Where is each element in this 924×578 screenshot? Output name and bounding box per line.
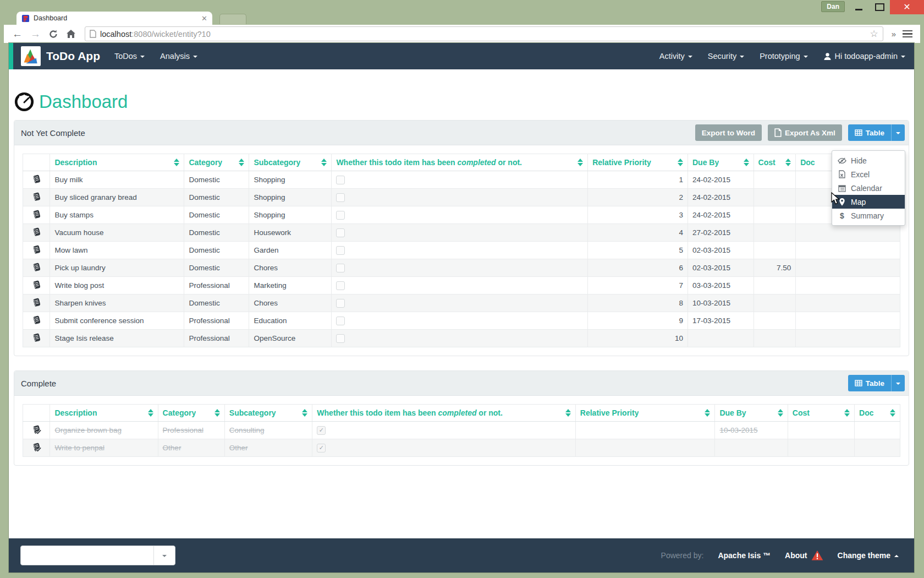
menu-item-summary[interactable]: $ Summary bbox=[832, 209, 905, 222]
col-header-due[interactable]: Due By bbox=[688, 154, 754, 171]
tab-close-icon[interactable]: ✕ bbox=[201, 15, 207, 22]
todo-row[interactable]: Mow lawn Domestic Garden 5 02-03-2015 bbox=[23, 242, 900, 259]
col-header-category[interactable]: Category bbox=[158, 405, 224, 422]
cell-cost bbox=[754, 206, 796, 224]
cell-description: Mow lawn bbox=[50, 242, 184, 259]
dollar-icon: $ bbox=[838, 211, 846, 220]
col-header-priority[interactable]: Relative Priority bbox=[588, 154, 688, 171]
browser-menu-icon[interactable] bbox=[903, 30, 912, 38]
minimize-icon bbox=[855, 9, 862, 10]
export-to-word-button[interactable]: Export to Word bbox=[695, 124, 762, 141]
home-button[interactable] bbox=[66, 29, 76, 39]
nav-item-activity[interactable]: Activity bbox=[659, 52, 692, 61]
app-brand[interactable]: ToDo App bbox=[46, 50, 100, 63]
table-header-row: Description Category Subcategory Whether… bbox=[23, 154, 900, 171]
browser-profile-badge[interactable]: Dan bbox=[821, 1, 845, 12]
todoapp-logo-icon bbox=[22, 47, 40, 65]
cell-description: Buy sliced granary bread bbox=[50, 189, 184, 206]
col-header-category[interactable]: Category bbox=[184, 154, 249, 171]
cell-cost bbox=[754, 330, 796, 347]
cell-doc bbox=[796, 330, 900, 347]
new-tab-button[interactable] bbox=[219, 14, 246, 24]
col-header-description[interactable]: Description bbox=[50, 154, 184, 171]
app-logo[interactable] bbox=[21, 46, 41, 66]
col-header-priority[interactable]: Relative Priority bbox=[575, 405, 715, 422]
cell-category: Professional bbox=[184, 312, 249, 330]
chevron-up-icon bbox=[894, 555, 899, 557]
col-header-due[interactable]: Due By bbox=[715, 405, 788, 422]
todo-row[interactable]: Stage Isis release Professional OpenSour… bbox=[23, 330, 900, 347]
col-header-subcategory[interactable]: Subcategory bbox=[224, 405, 312, 422]
cell-completed: ✓ bbox=[312, 422, 576, 439]
cell-doc bbox=[796, 312, 900, 330]
todo-row[interactable]: Write to penpal Other Other ✓ bbox=[23, 439, 900, 457]
todo-row[interactable]: Buy stamps Domestic Shopping 3 24-02-201… bbox=[23, 206, 900, 224]
view-dropdown-toggle[interactable] bbox=[891, 375, 905, 391]
menu-item-excel[interactable]: Excel bbox=[832, 167, 905, 181]
view-table-button[interactable]: Table bbox=[848, 124, 891, 141]
forward-button[interactable]: → bbox=[30, 29, 41, 39]
close-icon: ✕ bbox=[903, 3, 910, 12]
window-minimize-button[interactable] bbox=[848, 0, 869, 14]
cell-completed bbox=[332, 295, 588, 312]
cell-priority: 3 bbox=[588, 206, 688, 224]
window-maximize-button[interactable] bbox=[869, 0, 890, 14]
col-header-description[interactable]: Description bbox=[50, 405, 158, 422]
todo-row[interactable]: Pick up laundry Domestic Chores 6 02-03-… bbox=[23, 259, 900, 277]
todo-row[interactable]: Submit conference session Professional E… bbox=[23, 312, 900, 330]
todo-item-icon bbox=[31, 297, 42, 308]
cell-cost bbox=[754, 224, 796, 242]
todo-row[interactable]: Buy milk Domestic Shopping 1 24-02-2015 bbox=[23, 171, 900, 189]
col-header-cost[interactable]: Cost bbox=[754, 154, 796, 171]
cell-subcategory: Shopping bbox=[249, 189, 332, 206]
col-header-completed[interactable]: Whether this todo item has been complete… bbox=[312, 405, 576, 422]
col-header-cost[interactable]: Cost bbox=[788, 405, 854, 422]
reload-button[interactable] bbox=[48, 29, 58, 39]
apache-isis-link[interactable]: Apache Isis ™ bbox=[718, 551, 771, 560]
cell-description: Write blog post bbox=[50, 277, 184, 295]
bookmark-star-icon[interactable]: ☆ bbox=[870, 29, 878, 39]
todo-row[interactable]: Sharpen knives Domestic Chores 8 10-03-2… bbox=[23, 295, 900, 312]
todo-row[interactable]: Write blog post Professional Marketing 7… bbox=[23, 277, 900, 295]
menu-item-calendar[interactable]: Calendar bbox=[832, 181, 905, 195]
window-close-button[interactable]: ✕ bbox=[890, 0, 924, 14]
nav-item-security[interactable]: Security bbox=[708, 52, 744, 61]
completed-checkbox bbox=[336, 228, 345, 237]
view-dropdown-toggle[interactable] bbox=[891, 124, 905, 141]
view-table-button[interactable]: Table bbox=[848, 375, 891, 391]
nav-item-analysis[interactable]: Analysis bbox=[160, 52, 197, 61]
col-header-doc[interactable]: Doc bbox=[855, 405, 900, 422]
tab-title: Dashboard bbox=[34, 14, 201, 22]
sort-icon bbox=[673, 159, 683, 166]
menu-item-hide[interactable]: Hide bbox=[832, 154, 905, 167]
chevron-down-icon bbox=[688, 56, 692, 58]
export-as-xml-button[interactable]: Export As Xml bbox=[768, 124, 842, 141]
cell-cost bbox=[754, 189, 796, 206]
back-button[interactable]: ← bbox=[12, 29, 23, 39]
todo-row[interactable]: Vacuum house Domestic Housework 4 27-02-… bbox=[23, 224, 900, 242]
app-navbar: ToDo App ToDos Analysis Activity Securit… bbox=[9, 43, 914, 69]
panel-heading: Complete Table bbox=[14, 371, 909, 396]
cell-icon bbox=[23, 224, 50, 242]
url-bar[interactable]: localhost:8080/wicket/entity?10 ☆ bbox=[85, 26, 883, 41]
cell-cost bbox=[754, 312, 796, 330]
nav-item-user-menu[interactable]: Hi todoapp-admin bbox=[823, 52, 905, 61]
page-icon bbox=[90, 30, 96, 38]
todo-row[interactable]: Organize brown bag Professional Consulti… bbox=[23, 422, 900, 439]
view-dropdown-menu: Hide Excel Calendar Map $ bbox=[832, 150, 905, 226]
cell-icon bbox=[23, 295, 50, 312]
col-header-completed[interactable]: Whether this todo item has been complete… bbox=[332, 154, 588, 171]
change-theme-link[interactable]: Change theme bbox=[838, 551, 899, 560]
about-link[interactable]: About bbox=[785, 550, 823, 561]
cell-subcategory: Marketing bbox=[249, 277, 332, 295]
footer-select-caret[interactable] bbox=[153, 546, 175, 565]
nav-item-prototyping[interactable]: Prototyping bbox=[760, 52, 807, 61]
browser-tab[interactable]: Dashboard ✕ bbox=[16, 12, 212, 25]
menu-item-map[interactable]: Map bbox=[832, 195, 905, 209]
footer-select[interactable] bbox=[20, 546, 175, 565]
todo-row[interactable]: Buy sliced granary bread Domestic Shoppi… bbox=[23, 189, 900, 206]
overflow-chevron-icon[interactable]: » bbox=[892, 29, 896, 39]
nav-item-todos[interactable]: ToDos bbox=[114, 52, 145, 61]
col-header-subcategory[interactable]: Subcategory bbox=[249, 154, 332, 171]
cell-priority: 1 bbox=[588, 171, 688, 189]
